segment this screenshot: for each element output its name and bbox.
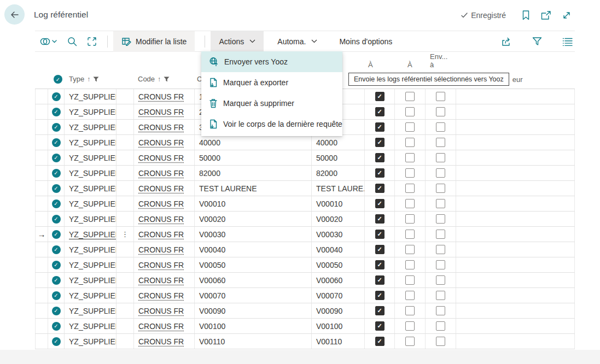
a-supprimer-checkbox[interactable] [405,168,415,178]
a-supprimer-cell[interactable] [395,303,426,318]
table-row[interactable]: → YZ_SUPPLIER ⋮ CRONUS FR 82000 82000 [35,166,575,181]
no2-cell[interactable]: V00060 [312,273,365,287]
select-all-icon[interactable] [54,75,62,84]
a-exporter-cell[interactable] [365,273,395,287]
header-a-supprimer-fragment[interactable]: À [407,61,412,69]
a-supprimer-cell[interactable] [395,334,426,349]
no-cell[interactable]: 50000 [195,150,312,165]
code-link[interactable]: CRONUS FR [138,245,184,254]
table-row[interactable]: → YZ_SUPPLIER ⋮ CRONUS FR V00020 V00020 [35,212,575,227]
empty-cell[interactable] [456,273,575,287]
code-cell[interactable]: CRONUS FR [134,196,195,211]
header-code[interactable]: Code ↑ [138,75,170,83]
a-supprimer-checkbox[interactable] [405,138,415,147]
row-options-cell[interactable]: ⋮ [116,135,134,150]
a-exporter-cell[interactable] [365,181,395,196]
envoye-cell[interactable] [426,212,456,226]
a-supprimer-checkbox[interactable] [405,153,415,162]
a-supprimer-checkbox[interactable] [405,230,415,239]
row-options-cell[interactable]: ⋮ [116,227,134,242]
open-in-window-icon[interactable] [540,10,552,21]
bookmark-icon[interactable] [521,10,531,21]
row-options-cell[interactable]: ⋮ [116,212,134,226]
envoye-checkbox[interactable] [436,214,445,224]
type-cell[interactable]: YZ_SUPPLIER [65,273,116,287]
edit-list-button[interactable]: Modifier la liste [113,31,195,52]
envoye-cell[interactable] [426,242,456,257]
a-exporter-checkbox[interactable] [375,199,385,208]
row-options-cell[interactable]: ⋮ [116,181,134,196]
a-exporter-checkbox[interactable] [375,138,385,147]
code-cell[interactable]: CRONUS FR [134,150,195,165]
row-options-cell[interactable]: ⋮ [116,120,134,134]
header-type[interactable]: Type ↑ [69,75,99,83]
a-exporter-checkbox[interactable] [375,230,385,239]
code-cell[interactable]: CRONUS FR [134,89,195,104]
no2-cell[interactable]: V00090 [312,303,365,318]
no-cell[interactable]: V00020 [195,212,312,226]
envoye-checkbox[interactable] [436,306,445,315]
a-supprimer-cell[interactable] [395,166,426,180]
row-select-cell[interactable] [48,150,65,165]
a-supprimer-cell[interactable] [395,120,426,134]
no2-cell[interactable]: V00030 [312,227,365,242]
code-cell[interactable]: CRONUS FR [134,257,195,272]
a-exporter-cell[interactable] [365,227,395,242]
envoye-cell[interactable] [426,104,456,119]
code-cell[interactable]: CRONUS FR [134,181,195,196]
envoye-checkbox[interactable] [436,92,445,101]
envoye-cell[interactable] [426,288,456,303]
row-select-cell[interactable] [48,334,65,349]
no2-cell[interactable]: V00040 [312,242,365,257]
type-cell[interactable]: YZ_SUPPLIER [65,257,116,272]
no-cell[interactable]: TEST LAURENE [195,181,312,196]
no-cell[interactable]: V00030 [195,227,312,242]
a-exporter-checkbox[interactable] [375,184,385,193]
share-icon[interactable] [501,37,512,46]
header-a-exporter-fragment[interactable]: À [368,61,373,69]
row-select-cell[interactable] [48,319,65,333]
type-cell[interactable]: YZ_SUPPLIER [65,227,116,242]
code-cell[interactable]: CRONUS FR [134,273,195,287]
row-select-cell[interactable] [48,257,65,272]
focus-mode-icon[interactable] [87,37,97,46]
no-cell[interactable]: V00010 [195,196,312,211]
a-exporter-checkbox[interactable] [375,214,385,224]
envoye-checkbox[interactable] [436,260,445,269]
envoye-checkbox[interactable] [436,122,445,132]
no-cell[interactable]: V00040 [195,242,312,257]
no-cell[interactable]: V00050 [195,257,312,272]
envoye-cell[interactable] [426,120,456,134]
code-link[interactable]: CRONUS FR [138,169,184,178]
type-cell[interactable]: YZ_SUPPLIER [65,288,116,303]
a-supprimer-checkbox[interactable] [405,107,415,116]
empty-cell[interactable] [456,196,575,211]
fewer-options-button[interactable]: Moins d'options [331,31,400,52]
row-select-cell[interactable] [48,242,65,257]
code-link[interactable]: CRONUS FR [138,199,184,208]
type-cell[interactable]: YZ_SUPPLIER [65,166,116,180]
type-cell[interactable]: YZ_SUPPLIER [65,150,116,165]
a-supprimer-cell[interactable] [395,319,426,333]
a-supprimer-cell[interactable] [395,104,426,119]
envoye-checkbox[interactable] [436,153,445,162]
no2-cell[interactable]: 40000 [312,135,365,150]
a-exporter-checkbox[interactable] [375,168,385,178]
menu-item-marquer-a-supprimer[interactable]: Marquer à supprimer [201,93,342,114]
a-supprimer-checkbox[interactable] [405,214,415,224]
a-supprimer-cell[interactable] [395,227,426,242]
empty-cell[interactable] [456,319,575,333]
expand-icon[interactable] [562,10,572,20]
a-supprimer-checkbox[interactable] [405,92,415,101]
type-cell[interactable]: YZ_SUPPLIER [65,334,116,349]
a-supprimer-cell[interactable] [395,242,426,257]
a-supprimer-cell[interactable] [395,273,426,287]
search-icon[interactable] [67,37,77,46]
row-select-cell[interactable] [48,89,65,104]
row-options-icon[interactable]: ⋮ [121,230,129,238]
views-icon[interactable] [39,37,57,46]
code-link[interactable]: CRONUS FR [138,123,184,132]
table-row[interactable]: → YZ_SUPPLIER ⋮ CRONUS FR V00010 V00010 [35,196,575,212]
type-cell[interactable]: YZ_SUPPLIER [65,120,116,134]
a-exporter-cell[interactable] [365,257,395,272]
